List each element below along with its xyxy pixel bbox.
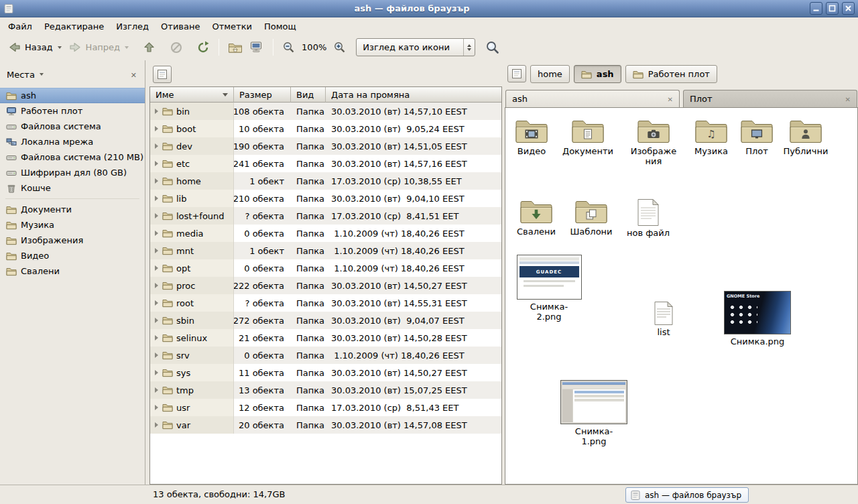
table-row[interactable]: lib210 обектаПапка30.03.2010 (вт) 9,04,1…	[150, 190, 501, 207]
tab-plot[interactable]: Плот	[683, 90, 857, 107]
view-mode-select[interactable]: Изглед като икони	[356, 38, 475, 56]
forward-button[interactable]: Напред	[65, 38, 132, 57]
expander-icon[interactable]	[155, 143, 158, 149]
folder-item-documents[interactable]: Документи	[557, 117, 619, 157]
expander-icon[interactable]	[155, 126, 158, 131]
breadcrumb-home[interactable]: home	[530, 65, 570, 83]
sidebar-item-downloads[interactable]: Свалени	[0, 263, 145, 279]
expander-icon[interactable]	[155, 178, 158, 184]
sidebar-item-filesystem-210mb[interactable]: Файлова система (210 MB)	[0, 149, 145, 165]
folder-item-public[interactable]: Публични	[775, 117, 837, 157]
back-history-dropdown-icon[interactable]	[58, 46, 62, 49]
icon-view[interactable]: ВидеоДокументиИзображения♫МузикаПлотПубл…	[505, 107, 858, 485]
sidebar-item-trash[interactable]: Кошче	[0, 180, 145, 196]
maximize-button[interactable]	[826, 2, 839, 15]
table-row[interactable]: opt0 обектаПапка 1.10.2009 (чт) 18,40,26…	[150, 259, 501, 277]
table-row[interactable]: proc222 обектаПапка30.03.2010 (вт) 14,50…	[150, 277, 501, 294]
sidebar-item-videos[interactable]: Видео	[0, 248, 145, 263]
expander-icon[interactable]	[155, 231, 158, 236]
menu-bookmarks[interactable]: Отметки	[206, 19, 257, 34]
expander-icon[interactable]	[155, 370, 158, 375]
table-row[interactable]: media0 обектаПапка 1.10.2009 (чт) 18,40,…	[150, 225, 501, 242]
column-header[interactable]: Дата на промяна	[326, 87, 501, 103]
search-button[interactable]	[482, 38, 503, 57]
column-header[interactable]: Вид	[291, 87, 326, 103]
folder-item-downloads[interactable]: Свалени	[505, 197, 567, 237]
close-icon[interactable]	[845, 94, 851, 104]
expander-icon[interactable]	[155, 248, 158, 253]
folder-item-pictures[interactable]: Изображения	[623, 117, 684, 167]
back-button[interactable]: Назад	[4, 38, 65, 57]
sidebar-item-music[interactable]: Музика	[0, 217, 145, 233]
file-item-snimka[interactable]: GNOME StoreСнимка.png	[722, 291, 793, 347]
table-row[interactable]: selinux21 обектаПапка30.03.2010 (вт) 14,…	[150, 329, 501, 346]
sidebar-item-documents[interactable]: Документи	[0, 202, 145, 217]
table-row[interactable]: var20 обектаПапка30.03.2010 (вт) 14,57,0…	[150, 416, 501, 434]
expander-icon[interactable]	[155, 213, 158, 218]
expander-icon[interactable]	[155, 387, 158, 393]
file-item-list[interactable]: list	[637, 301, 690, 338]
expander-icon[interactable]	[155, 196, 158, 201]
table-row[interactable]: boot10 обектаПапка30.03.2010 (вт) 9,05,2…	[150, 120, 501, 137]
taskbar-window-button[interactable]: ash — файлов браузър	[625, 487, 749, 503]
expander-icon[interactable]	[155, 335, 158, 340]
reload-button[interactable]	[193, 38, 213, 57]
pane-toggle-button[interactable]	[153, 66, 172, 83]
sidebar-item-encrypted-80gb[interactable]: Шифриран дял (80 GB)	[0, 165, 145, 180]
expander-icon[interactable]	[155, 265, 158, 271]
titlebar[interactable]: ash — файлов браузър	[0, 0, 858, 17]
menu-edit[interactable]: Редактиране	[38, 19, 110, 34]
computer-button[interactable]	[246, 38, 267, 56]
sidebar-item-ash[interactable]: ash	[0, 88, 145, 103]
menu-view[interactable]: Изглед	[110, 19, 155, 34]
tab-ash[interactable]: ash	[505, 90, 680, 107]
expander-icon[interactable]	[155, 318, 158, 323]
expander-icon[interactable]	[155, 422, 158, 428]
folder-item-video[interactable]: Видео	[501, 117, 562, 157]
file-item-snimka-1[interactable]: Снимка-1.png	[558, 380, 629, 447]
sidebar-item-desktop[interactable]: Работен плот	[0, 103, 145, 119]
expander-icon[interactable]	[155, 283, 158, 288]
table-row[interactable]: home1 обектПапка17.03.2010 (ср) 10,38,55…	[150, 172, 501, 190]
home-button[interactable]	[225, 39, 246, 56]
menu-help[interactable]: Помощ	[258, 19, 302, 34]
table-row[interactable]: sbin272 обектаПапка30.03.2010 (вт) 9,04,…	[150, 312, 501, 329]
sidebar-item-filesystem[interactable]: Файлова система	[0, 119, 145, 134]
minimize-button[interactable]	[810, 2, 822, 15]
menu-go[interactable]: Отиване	[155, 19, 206, 34]
breadcrumb-ash[interactable]: ash	[574, 65, 621, 83]
table-row[interactable]: sys11 обектаПапка30.03.2010 (вт) 14,50,2…	[150, 364, 501, 381]
table-row[interactable]: usr12 обектаПапка17.03.2010 (ср) 8,51,43…	[150, 399, 501, 416]
folder-item-templates[interactable]: Шаблони	[560, 197, 622, 237]
breadcrumb-desktop[interactable]: Работен плот	[625, 65, 717, 83]
close-button[interactable]	[842, 2, 855, 15]
table-row[interactable]: root? обектаПапка30.03.2010 (вт) 14,55,3…	[150, 294, 501, 312]
up-button[interactable]	[139, 38, 160, 57]
menu-file[interactable]: Файл	[2, 19, 38, 34]
stop-button[interactable]	[166, 38, 186, 57]
spinner-arrows-icon[interactable]	[463, 39, 475, 56]
sidebar-item-network[interactable]: Локална мрежа	[0, 134, 145, 149]
expander-icon[interactable]	[155, 353, 158, 358]
table-row[interactable]: dev190 обектаПапка30.03.2010 (вт) 14,51,…	[150, 137, 501, 155]
expander-icon[interactable]	[155, 109, 158, 114]
sidebar-item-pictures[interactable]: Изображения	[0, 233, 145, 248]
expander-icon[interactable]	[155, 300, 158, 306]
file-item-new-file[interactable]: нов файл	[621, 198, 675, 239]
zoom-in-button[interactable]	[330, 38, 349, 56]
pane-toggle-button[interactable]	[507, 65, 526, 82]
expander-icon[interactable]	[155, 161, 158, 166]
table-row[interactable]: tmp13 обектаПапка30.03.2010 (вт) 15,07,2…	[150, 381, 501, 399]
column-header[interactable]: Размер	[234, 87, 291, 103]
sidebar-dropdown-icon[interactable]	[40, 73, 44, 76]
table-row[interactable]: mnt1 обектПапка 1.10.2009 (чт) 18,40,26 …	[150, 242, 501, 259]
table-row[interactable]: bin108 обектаПапка30.03.2010 (вт) 14,57,…	[150, 103, 501, 120]
close-icon[interactable]	[668, 94, 673, 104]
column-header[interactable]: Име	[150, 87, 234, 103]
expander-icon[interactable]	[155, 405, 158, 410]
sidebar-title[interactable]: Места	[7, 70, 35, 80]
sidebar-close-icon[interactable]	[131, 70, 137, 80]
table-row[interactable]: lost+found? обектаПапка17.03.2010 (ср) 8…	[150, 207, 501, 225]
zoom-out-button[interactable]	[279, 38, 298, 56]
file-item-snimka-2[interactable]: GUADECСнимка-2.png	[515, 255, 584, 322]
